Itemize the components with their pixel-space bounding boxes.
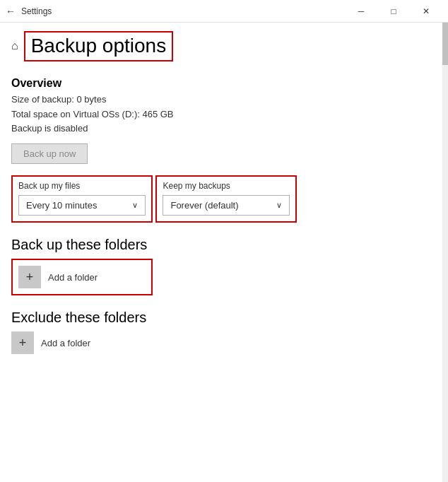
add-backup-folder-label: Add a folder xyxy=(48,272,98,283)
back-icon[interactable]: ← xyxy=(6,6,16,17)
total-space: Total space on Virtual OSs (D:): 465 GB xyxy=(11,107,437,122)
backup-folders-title: Back up these folders xyxy=(11,237,437,253)
keep-backups-dropdown-arrow: ∨ xyxy=(276,201,282,210)
scrollbar-thumb[interactable] xyxy=(442,23,448,65)
scrollbar-track xyxy=(442,23,448,482)
backup-files-section: Back up my files Every 10 minutes ∨ xyxy=(11,175,153,223)
add-exclude-folder-button[interactable]: + xyxy=(11,331,34,354)
page-title: Backup options xyxy=(31,35,166,57)
page-title-box: Backup options xyxy=(24,31,173,61)
size-of-backup: Size of backup: 0 bytes xyxy=(11,93,437,107)
add-backup-folder-button[interactable]: + xyxy=(18,266,41,288)
add-exclude-folder-label: Add a folder xyxy=(41,338,90,348)
exclude-folders-box: + Add a folder xyxy=(11,331,153,354)
exclude-folders-title: Exclude these folders xyxy=(11,310,437,326)
backup-files-dropdown-arrow: ∨ xyxy=(132,201,138,210)
backup-status: Backup is disabled xyxy=(11,122,437,136)
backup-folders-box: + Add a folder xyxy=(11,259,153,295)
overview-title: Overview xyxy=(11,77,437,90)
keep-backups-dropdown[interactable]: Forever (default) ∨ xyxy=(163,195,290,216)
close-button[interactable]: ✕ xyxy=(410,0,442,23)
keep-backups-label: Keep my backups xyxy=(163,181,290,191)
keep-backups-section: Keep my backups Forever (default) ∨ xyxy=(155,175,297,223)
main-content: ⌂ Backup options Overview Size of backup… xyxy=(0,23,448,482)
title-bar-title: Settings xyxy=(21,6,52,16)
backup-folders-section: Back up these folders + Add a folder xyxy=(11,237,437,295)
keep-backups-dropdown-value: Forever (default) xyxy=(170,200,238,211)
title-bar-controls: ─ □ ✕ xyxy=(345,0,442,23)
backup-files-dropdown-value: Every 10 minutes xyxy=(26,200,97,211)
title-bar-left: ← Settings xyxy=(6,6,52,17)
backup-files-label: Back up my files xyxy=(18,181,146,191)
backup-files-dropdown[interactable]: Every 10 minutes ∨ xyxy=(18,195,146,216)
backup-now-button[interactable]: Back up now xyxy=(11,143,88,164)
exclude-folders-section: Exclude these folders + Add a folder xyxy=(11,310,437,354)
maximize-button[interactable]: □ xyxy=(377,0,410,23)
title-bar: ← Settings ─ □ ✕ xyxy=(0,0,448,23)
page-header: ⌂ Backup options xyxy=(11,23,437,69)
overview-section: Overview Size of backup: 0 bytes Total s… xyxy=(11,77,437,164)
minimize-button[interactable]: ─ xyxy=(345,0,377,23)
home-icon[interactable]: ⌂ xyxy=(11,40,18,52)
